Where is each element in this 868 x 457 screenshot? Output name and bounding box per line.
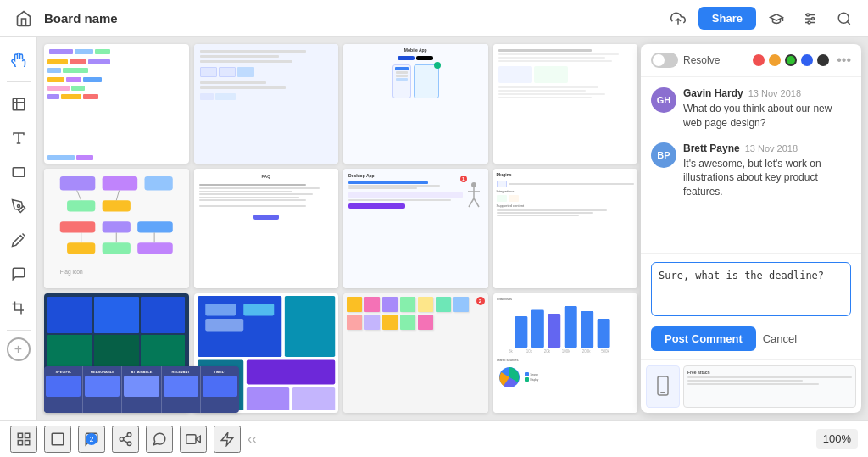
- comment-item-1: GH Gavin Hardy 13 Nov 2018 What do you t…: [651, 87, 851, 131]
- svg-rect-47: [205, 319, 243, 331]
- comment-content-1: Gavin Hardy 13 Nov 2018 What do you thin…: [683, 87, 851, 131]
- svg-text:20k: 20k: [543, 349, 550, 354]
- share-tool-button[interactable]: [112, 426, 139, 453]
- thumbnail-phone[interactable]: [646, 365, 680, 408]
- chat-tool-button[interactable]: [146, 426, 173, 453]
- more-button[interactable]: •••: [837, 53, 851, 68]
- svg-marker-72: [221, 432, 233, 445]
- svg-line-37: [469, 198, 474, 207]
- note-tool[interactable]: [3, 259, 34, 289]
- tile-faq[interactable]: FAQ: [194, 169, 339, 288]
- svg-line-8: [847, 21, 849, 24]
- svg-rect-14: [13, 168, 25, 177]
- svg-line-23: [116, 191, 119, 201]
- comment-textarea[interactable]: Sure, what is the deadline?: [651, 262, 851, 316]
- header: Board name Share: [0, 0, 868, 37]
- tile-charts[interactable]: Total visits 5k 10k 20k 100k 200k 500k T…: [493, 293, 638, 413]
- home-button[interactable]: [10, 5, 37, 32]
- svg-rect-66: [25, 440, 30, 444]
- svg-rect-29: [137, 242, 173, 254]
- svg-text:100k: 100k: [561, 349, 570, 354]
- comment-badge: 2: [86, 433, 97, 445]
- cancel-comment-button[interactable]: Cancel: [763, 332, 797, 345]
- lightning-tool-button[interactable]: [214, 426, 241, 453]
- canvas[interactable]: Mobile App: [37, 37, 868, 420]
- tile-docs[interactable]: [493, 44, 638, 164]
- search-button[interactable]: [831, 5, 858, 32]
- comment-item-2: BP Brett Payne 13 Nov 2018 It's awesome,…: [651, 142, 851, 199]
- pen-tool[interactable]: [3, 191, 34, 221]
- svg-rect-21: [103, 200, 131, 211]
- svg-text:Flag icon: Flag icon: [60, 269, 83, 276]
- upload-button[interactable]: [665, 5, 692, 32]
- comment-content-2: Brett Payne 13 Nov 2018 It's awesome, bu…: [683, 142, 851, 199]
- svg-rect-64: [25, 433, 30, 437]
- svg-point-4: [807, 14, 810, 16]
- svg-rect-42: [246, 360, 334, 385]
- svg-marker-70: [196, 436, 200, 443]
- tile-sticky-mixed[interactable]: 2: [343, 293, 488, 413]
- color-dot-red[interactable]: [753, 54, 765, 66]
- svg-rect-65: [18, 440, 22, 444]
- text-tool[interactable]: [3, 123, 34, 153]
- tile-flowchart[interactable]: Flag icon: [44, 169, 189, 288]
- share-button[interactable]: Share: [698, 7, 756, 30]
- svg-rect-52: [581, 311, 593, 348]
- resolve-toggle[interactable]: Resolve: [651, 53, 720, 68]
- svg-rect-27: [67, 242, 95, 254]
- tile-smart-goals[interactable]: SPECIFIC MEASURABLE ATTAINABLE RELEVANT …: [44, 366, 239, 413]
- color-dot-orange[interactable]: [769, 54, 781, 66]
- svg-rect-48: [515, 316, 527, 348]
- svg-line-69: [123, 435, 127, 437]
- svg-text:500k: 500k: [601, 349, 609, 354]
- tile-wireframe[interactable]: [194, 44, 339, 164]
- svg-rect-49: [531, 309, 543, 348]
- svg-rect-71: [186, 434, 196, 443]
- color-dot-green[interactable]: [785, 54, 797, 66]
- svg-line-38: [474, 198, 479, 207]
- svg-line-68: [123, 440, 127, 443]
- resolve-toggle-track[interactable]: [651, 53, 678, 68]
- svg-rect-18: [103, 176, 138, 191]
- thumbnail-note[interactable]: Free attach: [683, 365, 856, 408]
- comment-date-2: 13 Nov 2018: [745, 143, 798, 153]
- tile-plugins[interactable]: Plugins Integrations Supported content: [493, 169, 638, 288]
- comment-meta-1: Gavin Hardy 13 Nov 2018: [683, 87, 851, 99]
- video-tool-button[interactable]: [180, 426, 207, 453]
- graduation-cap-button[interactable]: [763, 5, 790, 32]
- svg-rect-17: [60, 176, 96, 191]
- tile-mindmap[interactable]: [44, 44, 189, 164]
- grid-tool-button[interactable]: [10, 426, 37, 453]
- rect-tool[interactable]: [3, 157, 34, 187]
- svg-rect-63: [18, 433, 22, 437]
- color-dot-dark[interactable]: [817, 54, 829, 66]
- svg-rect-40: [284, 296, 334, 357]
- comment-input-area: Sure, what is the deadline? Post Comment…: [641, 253, 861, 359]
- crop-tool[interactable]: [3, 293, 34, 323]
- svg-rect-43: [246, 387, 288, 410]
- add-tool-button[interactable]: +: [7, 337, 31, 361]
- tile-desktop-app[interactable]: Desktop App: [343, 169, 488, 288]
- svg-rect-19: [145, 176, 173, 191]
- panel-thumbnails: Free attach: [641, 359, 861, 413]
- left-toolbar: +: [0, 37, 37, 420]
- pencil-tool[interactable]: [3, 225, 34, 255]
- frame-tool[interactable]: [3, 89, 34, 120]
- svg-rect-25: [103, 221, 131, 232]
- zoom-level[interactable]: 100%: [816, 429, 858, 449]
- svg-rect-20: [67, 200, 95, 211]
- comment-text-2: It's awesome, but let's work on illustra…: [683, 157, 851, 199]
- comment-tool-button[interactable]: 2: [78, 426, 105, 453]
- svg-rect-53: [597, 319, 609, 348]
- settings-sliders-button[interactable]: [797, 5, 824, 32]
- tile-mobile-app[interactable]: Mobile App: [343, 44, 488, 164]
- frame-tool2-button[interactable]: [44, 426, 71, 453]
- hand-tool[interactable]: [3, 44, 34, 75]
- collapse-button[interactable]: ‹‹: [248, 432, 257, 447]
- toolbar-divider-2: [7, 330, 31, 331]
- comment-text-1: What do you think about our new web page…: [683, 102, 851, 131]
- color-dot-blue[interactable]: [801, 54, 813, 66]
- header-right: Share: [698, 5, 858, 32]
- svg-rect-51: [564, 306, 576, 348]
- post-comment-button[interactable]: Post Comment: [651, 326, 756, 351]
